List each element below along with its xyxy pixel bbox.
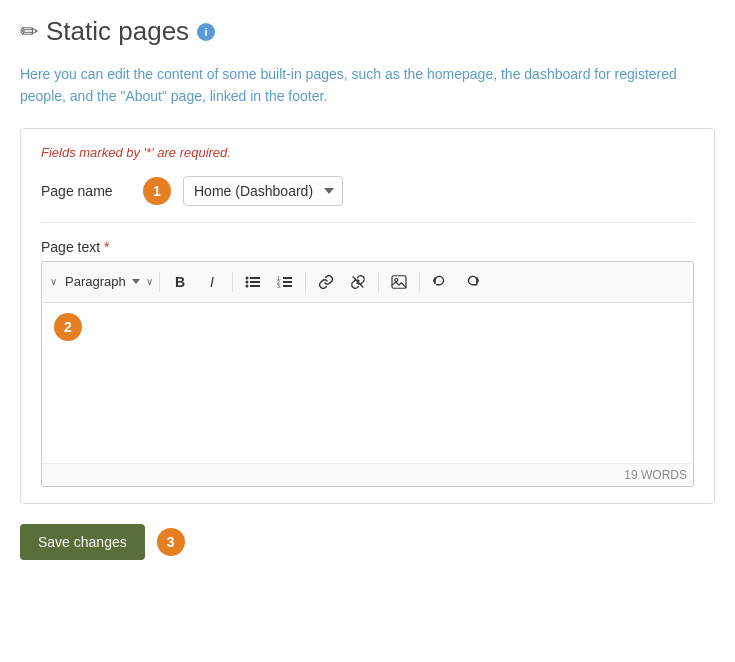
step2-badge: 2 <box>54 313 82 341</box>
page-description: Here you can edit the content of some bu… <box>20 63 715 108</box>
divider-1 <box>41 222 694 223</box>
step3-badge: 3 <box>157 528 185 556</box>
word-count: 19 WORDS <box>624 468 687 482</box>
editor-wrapper: ∨ Paragraph Heading 1 Heading 2 ∨ B I <box>41 261 694 487</box>
step1-badge: 1 <box>143 177 171 205</box>
toolbar-chevron-right: ∨ <box>146 276 153 287</box>
editor-footer: 19 WORDS <box>42 463 693 486</box>
svg-point-2 <box>246 280 249 283</box>
toolbar-sep-5 <box>419 272 420 292</box>
toolbar-chevron-left: ∨ <box>50 276 57 287</box>
bold-button[interactable]: B <box>166 268 194 296</box>
page-header: ✏ Static pages i <box>20 16 715 47</box>
toolbar-sep-1 <box>159 272 160 292</box>
edit-icon: ✏ <box>20 19 38 45</box>
unordered-list-button[interactable] <box>239 268 267 296</box>
editor-toolbar: ∨ Paragraph Heading 1 Heading 2 ∨ B I <box>42 262 693 303</box>
page-name-row: Page name 1 Home (Dashboard) About Foote… <box>41 176 694 206</box>
italic-button[interactable]: I <box>198 268 226 296</box>
page-text-label: Page text * <box>41 239 694 255</box>
required-note: Fields marked by '*' are required. <box>41 145 694 160</box>
toolbar-sep-4 <box>378 272 379 292</box>
svg-rect-5 <box>250 285 260 287</box>
svg-rect-13 <box>392 276 406 288</box>
ordered-list-button[interactable]: 1. 2. 3. <box>271 268 299 296</box>
toolbar-sep-3 <box>305 272 306 292</box>
svg-point-14 <box>395 278 398 281</box>
page-name-label: Page name <box>41 183 131 199</box>
undo-button[interactable] <box>426 268 454 296</box>
unlink-button[interactable] <box>344 268 372 296</box>
paragraph-select[interactable]: Paragraph Heading 1 Heading 2 <box>61 272 142 291</box>
svg-rect-11 <box>283 285 292 287</box>
editor-body[interactable]: 2 <box>42 303 693 463</box>
toolbar-sep-2 <box>232 272 233 292</box>
link-button[interactable] <box>312 268 340 296</box>
form-card: Fields marked by '*' are required. Page … <box>20 128 715 504</box>
svg-point-0 <box>246 276 249 279</box>
svg-text:3.: 3. <box>277 283 281 289</box>
svg-rect-7 <box>283 277 292 279</box>
svg-line-12 <box>353 277 363 287</box>
redo-button[interactable] <box>458 268 486 296</box>
save-button[interactable]: Save changes <box>20 524 145 560</box>
page-name-select[interactable]: Home (Dashboard) About Footer <box>183 176 343 206</box>
required-star: * <box>104 239 109 255</box>
page-text-section: Page text * ∨ Paragraph Heading 1 Headin… <box>41 239 694 487</box>
svg-rect-1 <box>250 277 260 279</box>
svg-point-4 <box>246 284 249 287</box>
svg-rect-3 <box>250 281 260 283</box>
bottom-section: Save changes 3 <box>20 524 715 560</box>
page-title: Static pages <box>46 16 189 47</box>
info-icon[interactable]: i <box>197 23 215 41</box>
image-button[interactable] <box>385 268 413 296</box>
svg-rect-9 <box>283 281 292 283</box>
